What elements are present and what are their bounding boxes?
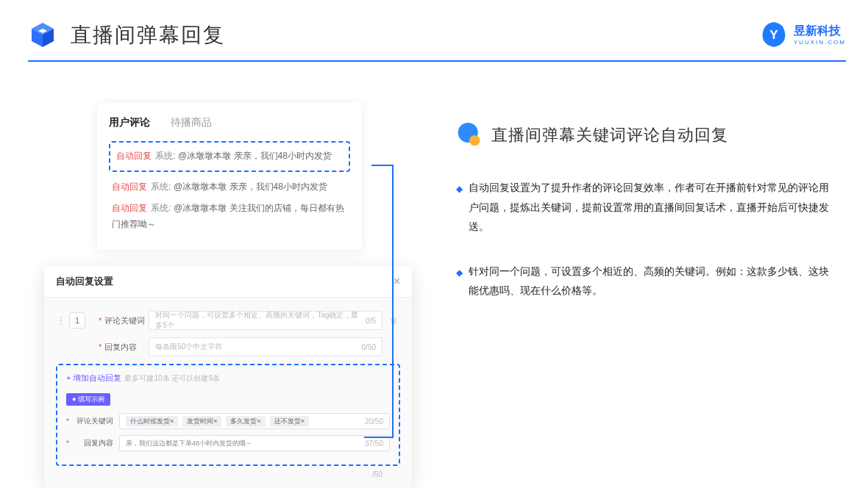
field-label: 评论关键词 (72, 416, 113, 426)
brand-logo: Y 昱新科技 YUUXIN.COM (760, 21, 846, 49)
auto-reply-tag: 自动回复 (112, 182, 147, 192)
footer-count: /50 (56, 470, 400, 478)
description-panel: 直播间弹幕关键词评论自动回复 ◆ 自动回复设置为了提升作者的评论回复效率，作者可… (456, 122, 831, 326)
example-badge: ● 填写示例 (66, 393, 110, 406)
comment-text: @冰墩墩本墩 亲亲，我们48小时内发货 (174, 182, 327, 192)
char-count: 37/50 (365, 439, 383, 448)
required-icon: * (66, 439, 69, 448)
system-label: 系统: (151, 182, 171, 192)
svg-point-7 (469, 135, 480, 146)
svg-point-5 (779, 26, 783, 30)
page-header: 直播间弹幕回复 (0, 0, 868, 59)
system-label: 系统: (151, 203, 171, 213)
header-divider (28, 60, 846, 62)
example-keyword-row: * 评论关键词 什么时候发货× 发货时间× 多久发货× 还不发货× 20/50 (66, 413, 390, 429)
connector-line (371, 165, 394, 437)
cube-icon (28, 21, 57, 50)
input-placeholder: 每条限50个中文字符 (155, 342, 222, 352)
reply-input[interactable]: 每条限50个中文字符 0/50 (149, 337, 383, 356)
section-title: 直播间弹幕关键词评论自动回复 (491, 124, 728, 146)
example-reply-text: 亲，我们这边都是下单48小时内发货的哦～ (126, 439, 252, 448)
chat-bubble-icon (456, 122, 483, 148)
page-title: 直播间弹幕回复 (71, 21, 225, 49)
required-icon: * (99, 342, 102, 351)
field-label: 评论关键词 (104, 315, 149, 326)
field-label: 回复内容 (72, 438, 113, 448)
order-number: 1 (69, 312, 85, 329)
comment-row: 自动回复 系统: @冰墩墩本墩 关注我们的店铺，每日都有热门推荐呦～ (109, 201, 350, 232)
example-reply-row: * 回复内容 亲，我们这边都是下单48小时内发货的哦～ 37/50 (66, 435, 390, 451)
add-auto-reply-link[interactable]: + 增加自动回复 最多可建10条 还可以创建9条 (66, 373, 390, 384)
form-row-reply: * 回复内容 每条限50个中文字符 0/50 (56, 337, 400, 356)
tab-pending-goods[interactable]: 待播商品 (171, 116, 212, 129)
example-keyword-input[interactable]: 什么时候发货× 发货时间× 多久发货× 还不发货× 20/50 (119, 413, 390, 429)
example-reply-input[interactable]: 亲，我们这边都是下单48小时内发货的哦～ 37/50 (119, 435, 390, 451)
diamond-icon: ◆ (456, 181, 463, 237)
keyword-tag: 发货时间× (182, 416, 221, 427)
comments-card: 用户评论 待播商品 自动回复 系统: @冰墩墩本墩 亲亲，我们48小时内发货 自… (97, 103, 362, 250)
bullet-text: 针对同一个问题，可设置多个相近的、高频的关键词。例如：这款多少钱、这块能优惠吗、… (469, 262, 831, 301)
keyword-tag: 什么时候发货× (126, 416, 178, 427)
bullet-text: 自动回复设置为了提升作者的评论回复效率，作者可在开播前针对常见的评论用户问题，提… (469, 178, 831, 237)
dialog-header: 自动回复设置 × (44, 266, 412, 298)
auto-reply-tag: 自动回复 (112, 203, 147, 213)
field-label: 回复内容 (104, 342, 149, 353)
brand-subtitle: YUUXIN.COM (794, 39, 846, 46)
tabs: 用户评论 待播商品 (109, 116, 350, 129)
comment-row: 自动回复 系统: @冰墩墩本墩 亲亲，我们48小时内发货 (109, 179, 350, 195)
add-note: 最多可建10条 还可以创建9条 (124, 373, 219, 384)
auto-reply-tag: 自动回复 (116, 151, 152, 161)
tab-user-comments[interactable]: 用户评论 (109, 116, 150, 129)
comment-text: @冰墩墩本墩 亲亲，我们48小时内发货 (178, 151, 332, 161)
brand-name: 昱新科技 (794, 24, 846, 39)
bullet-item: ◆ 针对同一个问题，可设置多个相近的、高频的关键词。例如：这款多少钱、这块能优惠… (456, 262, 831, 301)
example-section: + 增加自动回复 最多可建10条 还可以创建9条 ● 填写示例 * 评论关键词 … (56, 364, 400, 466)
brand-icon: Y (760, 21, 788, 49)
input-placeholder: 对同一个问题，可设置多个相近、高频的关键词，Tag确定，最多5个 (155, 310, 366, 331)
auto-reply-settings-dialog: 自动回复设置 × ⋮⋮ 1 * 评论关键词 对同一个问题，可设置多个相近、高频的… (44, 266, 412, 488)
svg-text:Y: Y (769, 28, 778, 42)
bullet-item: ◆ 自动回复设置为了提升作者的评论回复效率，作者可在开播前针对常见的评论用户问题… (456, 178, 831, 237)
required-icon: * (66, 417, 69, 426)
keyword-tag: 多久发货× (226, 416, 265, 427)
close-icon[interactable]: × (394, 275, 400, 288)
system-label: 系统: (155, 151, 175, 161)
dialog-title: 自动回复设置 (56, 275, 113, 288)
highlighted-comment: 自动回复 系统: @冰墩墩本墩 亲亲，我们48小时内发货 (109, 141, 350, 172)
required-icon: * (99, 316, 102, 325)
keyword-input[interactable]: 对同一个问题，可设置多个相近、高频的关键词，Tag确定，最多5个 0/5 (149, 311, 383, 330)
diamond-icon: ◆ (456, 265, 463, 301)
connector-line (364, 437, 394, 438)
drag-handle-icon[interactable]: ⋮⋮ (56, 315, 65, 326)
keyword-tag: 还不发货× (270, 416, 309, 427)
form-row-keyword: ⋮⋮ 1 * 评论关键词 对同一个问题，可设置多个相近、高频的关键词，Tag确定… (56, 311, 400, 330)
